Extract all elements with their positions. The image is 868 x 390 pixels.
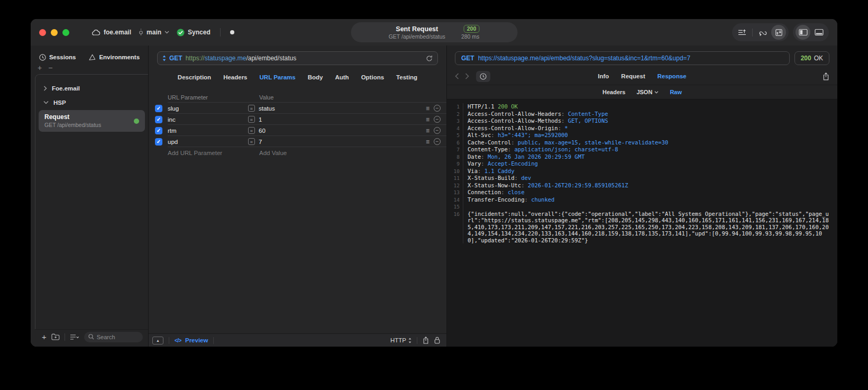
response-tab-info[interactable]: Info <box>598 73 609 79</box>
drag-handle-icon[interactable]: ≡ <box>426 128 430 133</box>
request-item-subtitle: GET /api/embed/status <box>44 122 139 128</box>
remove-param-icon[interactable]: − <box>434 105 441 112</box>
sync-requests-button[interactable] <box>755 25 770 40</box>
search-input[interactable]: Search <box>84 332 143 342</box>
remove-item-button[interactable]: − <box>48 65 52 73</box>
param-value[interactable]: 1 <box>259 116 262 123</box>
unsaved-indicator-dot <box>230 30 234 34</box>
param-checkbox[interactable]: ✓ <box>155 138 162 146</box>
tab-environments[interactable]: Environments <box>88 54 140 61</box>
remove-param-icon[interactable]: − <box>434 138 441 145</box>
import-request-button[interactable] <box>771 25 786 40</box>
request-tab-testing-label: Testing <box>396 74 417 80</box>
response-line: 3Access-Control-Allow-Methods: GET, OPTI… <box>451 117 832 125</box>
request-tab-testing[interactable]: Testing <box>396 74 417 80</box>
response-subtab-raw[interactable]: Raw <box>670 89 682 95</box>
lock-button[interactable] <box>434 337 440 344</box>
share-request-button[interactable] <box>423 337 429 344</box>
new-folder-button[interactable] <box>51 333 60 340</box>
remove-param-icon[interactable]: − <box>434 127 441 134</box>
request-tab-description[interactable]: Description <box>178 74 211 80</box>
request-tab-url-params[interactable]: URL Params <box>260 74 296 80</box>
project-name: foe.email <box>104 29 131 36</box>
method-stepper-icon[interactable] <box>162 55 166 61</box>
request-status-pill[interactable]: Sent Request GET /api/embed/status 200 2… <box>351 22 517 42</box>
param-value[interactable]: 60 <box>259 128 266 134</box>
protocol-selector[interactable]: HTTP <box>390 337 412 343</box>
tree-item-hsp[interactable]: HSP <box>35 95 148 110</box>
response-tab-request[interactable]: Request <box>621 73 645 79</box>
panel-left-icon <box>799 29 808 36</box>
request-tab-options[interactable]: Options <box>361 74 384 80</box>
status-code-badge: 200 <box>464 25 480 33</box>
url-input[interactable]: GET https://statuspage.me/api/embed/stat… <box>157 51 438 65</box>
drag-handle-icon[interactable]: ≡ <box>426 117 430 122</box>
protocol-label: HTTP <box>390 337 406 343</box>
param-table-header: URL Parameter Value <box>149 92 446 103</box>
export-response-button[interactable] <box>823 72 829 80</box>
drag-handle-icon[interactable]: ≡ <box>426 139 430 144</box>
branch-selector[interactable]: main <box>139 29 169 37</box>
resend-request-button[interactable] <box>426 55 433 62</box>
window-title: Sent Request <box>389 25 445 33</box>
request-tab-description-label: Description <box>178 74 211 80</box>
response-status-code: 200 <box>801 55 811 62</box>
cloud-project-button[interactable]: foe.email <box>92 29 131 36</box>
line-number: 2 <box>451 111 463 118</box>
tree-item-foe-email[interactable]: Foe.email <box>35 81 148 95</box>
param-name[interactable]: upd <box>168 139 248 145</box>
param-row-slug: ✓slug=status≡− <box>149 103 446 114</box>
close-window-button[interactable] <box>39 29 46 36</box>
minimize-window-button[interactable] <box>51 29 58 36</box>
response-line: 10Via: 1.1 Caddy <box>451 168 832 175</box>
sync-status[interactable]: Synced <box>177 29 211 37</box>
param-value[interactable]: status <box>259 105 275 112</box>
response-subtab-json[interactable]: JSON <box>636 89 659 95</box>
sidebar-toolbar: + Search <box>35 329 148 347</box>
param-name[interactable]: rtm <box>168 128 248 134</box>
param-checkbox[interactable]: ✓ <box>155 127 162 134</box>
param-name[interactable]: inc <box>168 116 248 123</box>
response-subtab-headers[interactable]: Headers <box>602 89 625 95</box>
response-history-button[interactable] <box>476 71 490 82</box>
url-host: statuspage.me <box>205 55 246 62</box>
sort-options-button[interactable] <box>70 334 79 340</box>
param-value[interactable]: 7 <box>259 139 262 145</box>
add-value-field[interactable]: Add Value <box>248 150 418 156</box>
response-line: 9Vary: Accept-Encoding <box>451 160 832 168</box>
sidebar-request-item[interactable]: Request GET /api/embed/status <box>39 110 145 132</box>
response-tab-response[interactable]: Response <box>657 73 687 79</box>
add-item-button[interactable]: + <box>38 65 42 73</box>
add-url-parameter-field[interactable]: Add URL Parameter <box>168 150 248 156</box>
line-number: 15 <box>451 203 463 211</box>
new-request-button[interactable]: + <box>42 334 47 340</box>
line-number: 16 <box>451 211 463 244</box>
response-url-field[interactable]: GET https://statuspage.me/api/embed/stat… <box>455 51 790 65</box>
param-checkbox[interactable]: ✓ <box>155 105 162 112</box>
toggle-bottom-panel-button[interactable] <box>811 25 826 40</box>
param-checkbox[interactable]: ✓ <box>155 116 162 123</box>
response-nav: InfoRequestResponse <box>447 68 837 85</box>
response-method: GET <box>461 55 474 62</box>
preview-button[interactable]: </> Preview <box>175 337 208 343</box>
request-tab-headers-label: Headers <box>223 74 247 80</box>
tab-sessions[interactable]: Sessions <box>39 54 76 61</box>
param-name[interactable]: slug <box>168 105 248 112</box>
drag-handle-icon[interactable]: ≡ <box>426 106 430 111</box>
collapse-panel-button[interactable]: ▲ <box>152 337 163 344</box>
request-tab-auth[interactable]: Auth <box>335 74 349 80</box>
response-subtabs: HeadersJSONRaw <box>447 85 837 99</box>
next-response-button[interactable] <box>465 73 469 79</box>
line-number: 7 <box>451 146 463 153</box>
request-queue-button[interactable] <box>735 25 750 40</box>
request-tab-headers[interactable]: Headers <box>223 74 247 80</box>
line-number: 13 <box>451 189 463 196</box>
response-line: 5Alt-Svc: h3=":443"; ma=2592000 <box>451 132 832 139</box>
toggle-left-panel-button[interactable] <box>796 25 810 40</box>
previous-response-button[interactable] <box>455 73 459 79</box>
zoom-window-button[interactable] <box>62 29 69 36</box>
request-tab-body[interactable]: Body <box>308 74 323 80</box>
response-subtab-headers-label: Headers <box>602 89 625 95</box>
remove-param-icon[interactable]: − <box>434 116 441 123</box>
param-add-row: Add URL Parameter Add Value <box>149 147 446 159</box>
